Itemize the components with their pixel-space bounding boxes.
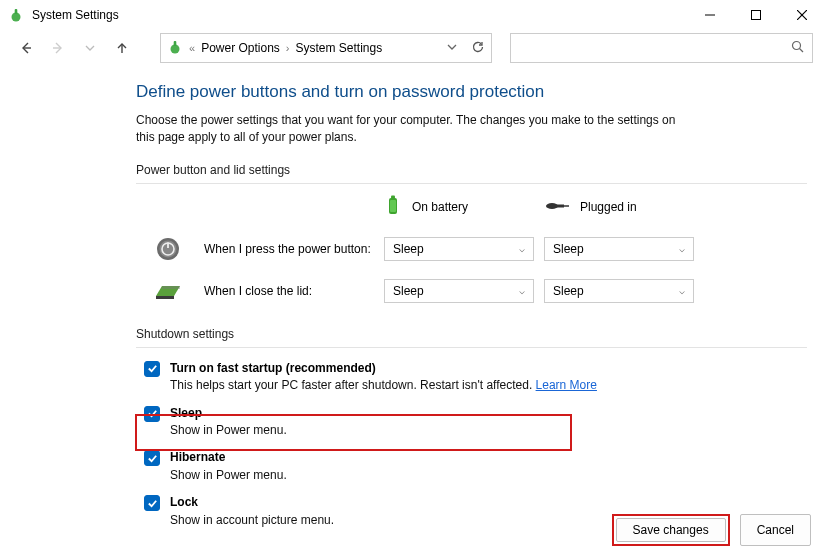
chevron-down-icon: ⌵: [519, 243, 525, 254]
svg-rect-15: [390, 200, 396, 212]
separator: [136, 347, 807, 348]
recent-dropdown[interactable]: [78, 34, 102, 62]
breadcrumb-item[interactable]: System Settings: [296, 41, 383, 55]
separator: [136, 183, 807, 184]
checkbox-hibernate[interactable]: [144, 450, 160, 466]
select-power-battery[interactable]: Sleep⌵: [384, 237, 534, 261]
close-button[interactable]: [779, 0, 825, 30]
option-sleep: Sleep Show in Power menu.: [144, 403, 807, 448]
back-button[interactable]: [14, 34, 38, 62]
checkbox-sleep[interactable]: [144, 406, 160, 422]
svg-rect-10: [174, 41, 177, 46]
option-hibernate: Hibernate Show in Power menu.: [144, 447, 807, 492]
chevron-down-icon: ⌵: [679, 285, 685, 296]
svg-line-12: [800, 49, 804, 53]
maximize-button[interactable]: [733, 0, 779, 30]
svg-rect-3: [752, 11, 761, 20]
power-grid: On battery Plugged in When I press the p…: [154, 194, 807, 305]
window-title: System Settings: [32, 8, 687, 22]
row-label-power-button: When I press the power button:: [204, 242, 374, 256]
page-description: Choose the power settings that you want …: [136, 112, 696, 147]
chevron-right-icon: ›: [286, 42, 290, 54]
app-icon: [8, 7, 24, 23]
option-desc: Show in Power menu.: [170, 422, 287, 439]
power-button-icon: [154, 235, 182, 263]
select-power-plugged[interactable]: Sleep⌵: [544, 237, 694, 261]
search-icon[interactable]: [791, 40, 804, 56]
lid-icon: [154, 277, 182, 305]
svg-rect-17: [556, 204, 564, 207]
chevron-down-icon: ⌵: [519, 285, 525, 296]
up-button[interactable]: [110, 34, 134, 62]
option-fast-startup: Turn on fast startup (recommended) This …: [144, 358, 807, 403]
page-title: Define power buttons and turn on passwor…: [136, 82, 807, 102]
forward-button[interactable]: [46, 34, 70, 62]
option-title: Sleep: [170, 405, 287, 422]
column-header-plugged: Plugged in: [544, 198, 694, 217]
highlight-save: Save changes: [612, 514, 730, 546]
section-label-power: Power button and lid settings: [136, 163, 807, 177]
checkbox-lock[interactable]: [144, 495, 160, 511]
select-value: Sleep: [553, 284, 584, 298]
column-label: On battery: [412, 200, 468, 214]
search-box[interactable]: [510, 33, 813, 63]
select-value: Sleep: [393, 242, 424, 256]
option-title: Lock: [170, 494, 334, 511]
option-desc: Show in Power menu.: [170, 467, 287, 484]
svg-point-11: [793, 42, 801, 50]
column-header-battery: On battery: [384, 194, 534, 221]
option-desc: This helps start your PC faster after sh…: [170, 377, 597, 394]
section-label-shutdown: Shutdown settings: [136, 327, 807, 341]
content-area: Define power buttons and turn on passwor…: [0, 66, 827, 537]
refresh-button[interactable]: [471, 40, 485, 57]
option-title: Turn on fast startup (recommended): [170, 360, 597, 377]
save-button[interactable]: Save changes: [616, 518, 726, 542]
svg-rect-14: [391, 195, 395, 198]
chevron-left-icon: «: [189, 42, 195, 54]
checkbox-fast-startup[interactable]: [144, 361, 160, 377]
battery-icon: [384, 194, 402, 221]
select-value: Sleep: [393, 284, 424, 298]
option-title: Hibernate: [170, 449, 287, 466]
titlebar: System Settings: [0, 0, 827, 30]
row-label-lid: When I close the lid:: [204, 284, 374, 298]
option-desc: Show in account picture menu.: [170, 512, 334, 529]
learn-more-link[interactable]: Learn More: [536, 378, 597, 392]
svg-rect-1: [15, 9, 18, 14]
navigation-row: « Power Options › System Settings: [0, 30, 827, 66]
address-dropdown[interactable]: [447, 41, 457, 55]
select-lid-battery[interactable]: Sleep⌵: [384, 279, 534, 303]
minimize-button[interactable]: [687, 0, 733, 30]
search-input[interactable]: [519, 41, 791, 55]
address-bar[interactable]: « Power Options › System Settings: [160, 33, 492, 63]
select-value: Sleep: [553, 242, 584, 256]
breadcrumb-item[interactable]: Power Options: [201, 41, 280, 55]
shutdown-settings: Turn on fast startup (recommended) This …: [136, 358, 807, 537]
select-lid-plugged[interactable]: Sleep⌵: [544, 279, 694, 303]
plug-icon: [544, 198, 570, 217]
cancel-button[interactable]: Cancel: [740, 514, 811, 546]
power-options-icon: [167, 39, 183, 58]
chevron-down-icon: ⌵: [679, 243, 685, 254]
column-label: Plugged in: [580, 200, 637, 214]
footer-buttons: Save changes Cancel: [612, 514, 811, 546]
